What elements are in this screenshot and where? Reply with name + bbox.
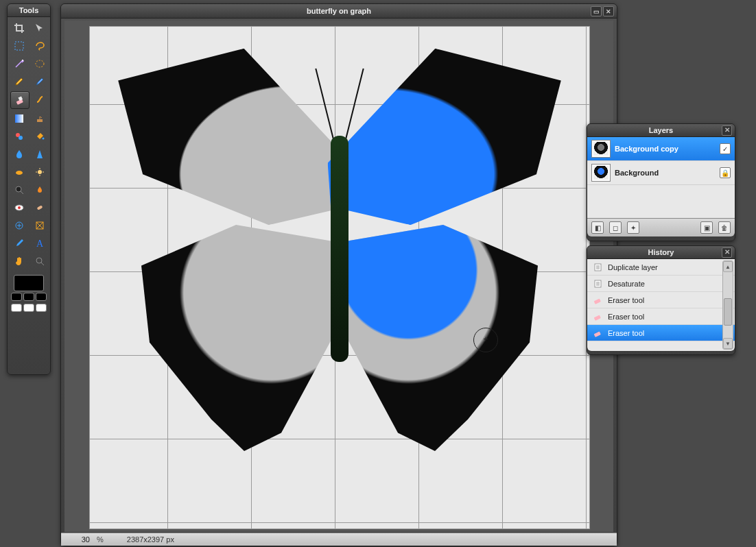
svg-rect-6 — [37, 119, 43, 122]
layers-panel-title[interactable]: Layers ✕ — [587, 124, 735, 137]
brush-tool[interactable] — [31, 73, 49, 90]
lock-icon[interactable]: 🔒 — [720, 167, 731, 178]
history-item[interactable]: Desaturate — [587, 276, 735, 292]
swatch-white-3[interactable] — [36, 304, 47, 312]
layer-row[interactable]: Background🔒 — [587, 161, 735, 185]
sponge-tool[interactable] — [10, 164, 28, 180]
swatch-black[interactable] — [11, 293, 22, 301]
dodge-tool[interactable] — [31, 164, 49, 180]
move-tool[interactable] — [31, 20, 49, 36]
burn-tool[interactable] — [31, 182, 49, 198]
lasso-select-icon — [34, 40, 45, 51]
layers-close-button[interactable]: ✕ — [722, 125, 732, 136]
magic-wand-tool[interactable] — [10, 56, 28, 72]
fill-bucket-icon — [34, 131, 45, 142]
layer-opacity-button[interactable]: ◧ — [591, 221, 604, 234]
eyedropper-icon — [14, 238, 25, 249]
canvas[interactable] — [64, 21, 613, 532]
history-item-label: Duplicate layer — [608, 263, 658, 271]
gradient-tool[interactable] — [10, 110, 28, 127]
foreground-color-swatch[interactable] — [14, 275, 44, 291]
pinch-tool[interactable] — [31, 217, 49, 234]
scroll-down-button[interactable]: ▼ — [723, 338, 733, 349]
smudge-icon — [34, 94, 45, 105]
history-item[interactable]: Eraser tool — [587, 325, 735, 341]
eyedropper-tool[interactable] — [10, 235, 28, 252]
bloat-tool[interactable] — [10, 217, 28, 234]
history-close-button[interactable]: ✕ — [722, 247, 732, 258]
sharpen-icon — [34, 149, 45, 160]
layer-styles-button[interactable]: ✦ — [627, 221, 639, 234]
swatch-black-2[interactable] — [23, 293, 34, 301]
layer-mask-button[interactable]: ◻ — [609, 221, 622, 234]
blur-tool[interactable] — [10, 146, 28, 162]
close-button[interactable]: ✕ — [603, 6, 614, 16]
history-item[interactable]: Duplicate layer — [587, 259, 735, 276]
zoom-dark-tool[interactable] — [10, 182, 28, 198]
document-window: butterfly on graph ▭ ✕ 30 % 2387x2397 px — [60, 3, 617, 546]
document-icon — [593, 263, 604, 272]
clone-stamp-tool[interactable] — [31, 110, 49, 127]
sharpen-tool[interactable] — [31, 146, 49, 162]
crop-tool[interactable] — [10, 20, 28, 36]
rope-select-tool[interactable] — [31, 56, 49, 72]
hand-icon — [14, 256, 25, 267]
svg-point-11 — [38, 170, 42, 174]
svg-point-10 — [16, 171, 23, 175]
type-icon: A — [34, 238, 45, 249]
history-item-label: Eraser tool — [608, 313, 644, 321]
tools-panel-title[interactable]: Tools — [8, 4, 50, 17]
visibility-checkbox[interactable]: ✓ — [720, 143, 731, 154]
spot-heal-tool[interactable] — [31, 199, 49, 216]
move-icon — [34, 23, 45, 34]
layers-footer: ◧ ◻ ✦ ▣ 🗑 — [587, 219, 735, 236]
eraser-tool[interactable] — [10, 91, 29, 109]
history-scrollbar[interactable]: ▲ ▼ — [722, 260, 733, 350]
layer-thumbnail — [591, 140, 611, 158]
document-titlebar[interactable]: butterfly on graph ▭ ✕ — [61, 4, 617, 19]
layers-panel: Layers ✕ Background copy✓Background🔒 ◧ ◻… — [587, 123, 735, 241]
zoom-value[interactable]: 30 — [65, 535, 90, 544]
svg-rect-15 — [37, 205, 43, 210]
butterfly-wing — [137, 225, 343, 451]
red-eye-tool[interactable] — [10, 199, 28, 216]
color-replace-icon — [14, 131, 25, 142]
layer-thumbnail — [591, 164, 611, 182]
eraser-icon — [593, 328, 604, 338]
swatch-black-3[interactable] — [36, 293, 47, 301]
scroll-up-button[interactable]: ▲ — [723, 261, 733, 272]
zoom-tool[interactable] — [31, 253, 49, 269]
new-layer-button[interactable]: ▣ — [700, 221, 713, 234]
hand-tool[interactable] — [10, 253, 28, 269]
color-replace-tool[interactable] — [10, 128, 28, 145]
history-panel-title[interactable]: History ✕ — [587, 246, 735, 259]
rect-select-icon — [14, 40, 25, 51]
smudge-tool[interactable] — [31, 91, 49, 108]
lasso-select-tool[interactable] — [31, 38, 49, 54]
statusbar: 30 % 2387x2397 px — [61, 533, 617, 546]
rect-select-tool[interactable] — [10, 38, 28, 54]
pencil-tool[interactable] — [10, 73, 28, 90]
history-item[interactable]: Eraser tool — [587, 308, 735, 325]
canvas-image — [89, 26, 590, 529]
history-item[interactable]: Eraser tool — [587, 292, 735, 308]
swatch-row — [8, 293, 50, 301]
fill-bucket-tool[interactable] — [31, 128, 49, 145]
maximize-button[interactable]: ▭ — [591, 6, 602, 16]
svg-point-12 — [16, 186, 21, 192]
layer-row[interactable]: Background copy✓ — [587, 137, 735, 161]
burn-icon — [34, 184, 45, 195]
zoom-dark-icon — [14, 184, 25, 195]
swatch-white[interactable] — [11, 304, 22, 312]
crop-icon — [14, 23, 25, 34]
swatch-white-2[interactable] — [23, 304, 34, 312]
tools-panel: Tools A — [7, 3, 51, 375]
layers-title-label: Layers — [649, 126, 673, 134]
scroll-thumb[interactable] — [724, 298, 732, 326]
svg-point-19 — [36, 258, 42, 263]
document-icon — [593, 279, 604, 289]
butterfly-wing — [321, 36, 570, 243]
delete-layer-button[interactable]: 🗑 — [718, 221, 731, 234]
butterfly-wing — [110, 36, 359, 243]
type-tool[interactable]: A — [31, 235, 49, 252]
